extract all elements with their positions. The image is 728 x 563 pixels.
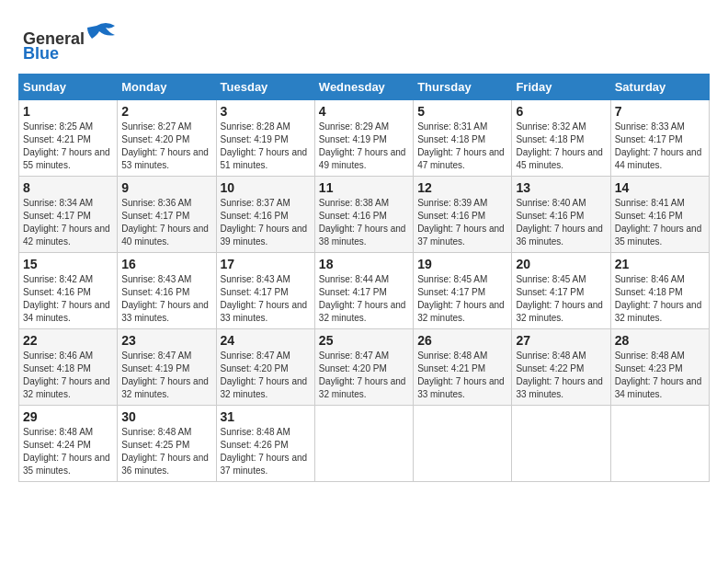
sunset-label: Sunset: 4:17 PM: [516, 287, 584, 297]
sunset-label: Sunset: 4:16 PM: [516, 211, 584, 221]
day-info: Sunrise: 8:39 AM Sunset: 4:16 PM Dayligh…: [417, 197, 507, 248]
sunrise-label: Sunrise: 8:40 AM: [516, 198, 586, 208]
day-number: 22: [23, 333, 113, 348]
sunset-label: Sunset: 4:24 PM: [23, 440, 91, 450]
daylight-label: Daylight: 7 hours and 39 minutes.: [221, 224, 308, 247]
daylight-label: Daylight: 7 hours and 35 minutes.: [615, 224, 702, 247]
day-info: Sunrise: 8:48 AM Sunset: 4:24 PM Dayligh…: [23, 426, 113, 477]
daylight-label: Daylight: 7 hours and 32 minutes.: [221, 376, 308, 399]
daylight-label: Daylight: 7 hours and 40 minutes.: [121, 224, 209, 247]
day-info: Sunrise: 8:45 AM Sunset: 4:17 PM Dayligh…: [516, 273, 606, 325]
daylight-label: Daylight: 7 hours and 53 minutes.: [121, 147, 209, 170]
day-info: Sunrise: 8:48 AM Sunset: 4:25 PM Dayligh…: [121, 426, 211, 477]
sunset-label: Sunset: 4:17 PM: [319, 287, 387, 297]
day-info: Sunrise: 8:41 AM Sunset: 4:16 PM Dayligh…: [615, 197, 705, 248]
sunrise-label: Sunrise: 8:43 AM: [221, 274, 290, 284]
sunset-label: Sunset: 4:18 PM: [417, 134, 485, 144]
day-number: 4: [319, 104, 409, 119]
sunset-label: Sunset: 4:19 PM: [221, 134, 289, 144]
day-info: Sunrise: 8:29 AM Sunset: 4:19 PM Dayligh…: [319, 121, 409, 172]
calendar-header-thursday: Thursday: [414, 75, 512, 100]
day-number: 27: [516, 333, 606, 348]
day-info: Sunrise: 8:46 AM Sunset: 4:18 PM Dayligh…: [615, 273, 705, 325]
calendar-cell: 22 Sunrise: 8:46 AM Sunset: 4:18 PM Dayl…: [19, 329, 118, 406]
day-info: Sunrise: 8:37 AM Sunset: 4:16 PM Dayligh…: [221, 197, 311, 248]
calendar-cell: 10 Sunrise: 8:37 AM Sunset: 4:16 PM Dayl…: [216, 177, 314, 253]
day-number: 21: [615, 257, 705, 271]
day-number: 10: [221, 180, 311, 195]
calendar-cell: 9 Sunrise: 8:36 AM Sunset: 4:17 PM Dayli…: [118, 177, 216, 253]
daylight-label: Daylight: 7 hours and 32 minutes.: [319, 300, 406, 323]
day-number: 6: [516, 104, 606, 119]
day-number: 8: [23, 180, 113, 195]
sunset-label: Sunset: 4:16 PM: [23, 287, 91, 297]
daylight-label: Daylight: 7 hours and 33 minutes.: [121, 300, 209, 323]
sunset-label: Sunset: 4:16 PM: [221, 211, 289, 221]
sunrise-label: Sunrise: 8:47 AM: [121, 350, 191, 361]
day-number: 23: [121, 333, 211, 348]
day-info: Sunrise: 8:42 AM Sunset: 4:16 PM Dayligh…: [23, 273, 113, 325]
day-number: 12: [417, 180, 507, 195]
sunset-label: Sunset: 4:25 PM: [121, 440, 189, 450]
sunset-label: Sunset: 4:17 PM: [417, 287, 485, 297]
calendar-cell: 14 Sunrise: 8:41 AM Sunset: 4:16 PM Dayl…: [610, 177, 709, 253]
sunset-label: Sunset: 4:16 PM: [417, 211, 485, 221]
sunrise-label: Sunrise: 8:33 AM: [615, 121, 685, 132]
sunrise-label: Sunrise: 8:27 AM: [121, 121, 191, 132]
day-number: 5: [417, 104, 507, 119]
sunrise-label: Sunrise: 8:43 AM: [121, 274, 191, 284]
day-info: Sunrise: 8:43 AM Sunset: 4:17 PM Dayligh…: [221, 273, 311, 325]
sunrise-label: Sunrise: 8:47 AM: [221, 350, 290, 361]
day-info: Sunrise: 8:40 AM Sunset: 4:16 PM Dayligh…: [516, 197, 606, 248]
sunrise-label: Sunrise: 8:48 AM: [23, 427, 93, 437]
calendar-week-2: 8 Sunrise: 8:34 AM Sunset: 4:17 PM Dayli…: [19, 177, 710, 253]
calendar-cell: 13 Sunrise: 8:40 AM Sunset: 4:16 PM Dayl…: [512, 177, 610, 253]
calendar-cell: [314, 406, 413, 482]
daylight-label: Daylight: 7 hours and 32 minutes.: [23, 376, 110, 399]
day-number: 29: [23, 409, 113, 424]
sunrise-label: Sunrise: 8:31 AM: [417, 121, 487, 132]
day-info: Sunrise: 8:38 AM Sunset: 4:16 PM Dayligh…: [319, 197, 409, 248]
day-number: 31: [221, 409, 311, 424]
calendar-cell: [512, 406, 610, 482]
daylight-label: Daylight: 7 hours and 33 minutes.: [417, 376, 505, 399]
calendar-cell: [610, 406, 709, 482]
calendar-cell: 26 Sunrise: 8:48 AM Sunset: 4:21 PM Dayl…: [414, 329, 512, 406]
sunset-label: Sunset: 4:17 PM: [23, 211, 91, 221]
page-header: General Blue: [18, 18, 710, 64]
day-number: 3: [221, 104, 311, 119]
sunset-label: Sunset: 4:16 PM: [615, 211, 683, 221]
day-info: Sunrise: 8:48 AM Sunset: 4:21 PM Dayligh…: [417, 350, 507, 401]
daylight-label: Daylight: 7 hours and 49 minutes.: [319, 147, 406, 170]
sunrise-label: Sunrise: 8:28 AM: [221, 121, 290, 132]
day-number: 25: [319, 333, 409, 348]
day-number: 26: [417, 333, 507, 348]
day-info: Sunrise: 8:32 AM Sunset: 4:18 PM Dayligh…: [516, 121, 606, 172]
daylight-label: Daylight: 7 hours and 36 minutes.: [121, 453, 209, 476]
calendar-cell: [414, 406, 512, 482]
calendar-cell: 7 Sunrise: 8:33 AM Sunset: 4:17 PM Dayli…: [610, 100, 709, 177]
daylight-label: Daylight: 7 hours and 45 minutes.: [516, 147, 603, 170]
sunrise-label: Sunrise: 8:44 AM: [319, 274, 389, 284]
day-info: Sunrise: 8:44 AM Sunset: 4:17 PM Dayligh…: [319, 273, 409, 325]
calendar-cell: 4 Sunrise: 8:29 AM Sunset: 4:19 PM Dayli…: [314, 100, 413, 177]
sunrise-label: Sunrise: 8:45 AM: [417, 274, 487, 284]
daylight-label: Daylight: 7 hours and 37 minutes.: [221, 453, 308, 476]
day-info: Sunrise: 8:28 AM Sunset: 4:19 PM Dayligh…: [221, 121, 311, 172]
sunset-label: Sunset: 4:17 PM: [221, 287, 289, 297]
daylight-label: Daylight: 7 hours and 44 minutes.: [615, 147, 702, 170]
sunrise-label: Sunrise: 8:48 AM: [121, 427, 191, 437]
day-number: 13: [516, 180, 606, 195]
daylight-label: Daylight: 7 hours and 47 minutes.: [417, 147, 505, 170]
calendar-cell: 6 Sunrise: 8:32 AM Sunset: 4:18 PM Dayli…: [512, 100, 610, 177]
daylight-label: Daylight: 7 hours and 34 minutes.: [23, 300, 110, 323]
day-number: 30: [121, 409, 211, 424]
daylight-label: Daylight: 7 hours and 36 minutes.: [516, 224, 603, 247]
sunrise-label: Sunrise: 8:36 AM: [121, 198, 191, 208]
calendar-header-monday: Monday: [118, 75, 216, 100]
sunset-label: Sunset: 4:20 PM: [121, 134, 189, 144]
daylight-label: Daylight: 7 hours and 42 minutes.: [23, 224, 110, 247]
sunrise-label: Sunrise: 8:32 AM: [516, 121, 586, 132]
svg-text:Blue: Blue: [23, 44, 59, 63]
daylight-label: Daylight: 7 hours and 32 minutes.: [615, 300, 702, 323]
